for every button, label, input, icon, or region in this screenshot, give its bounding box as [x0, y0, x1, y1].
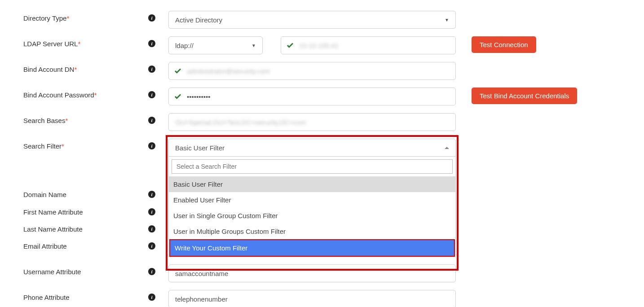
label-phone-attr: Phone Attribute	[23, 294, 70, 301]
ldap-host-value: 10.10.100.41	[299, 42, 339, 49]
info-icon[interactable]: i	[148, 40, 155, 47]
ldap-host-input[interactable]: 10.10.100.41	[281, 36, 456, 54]
required-asterisk: *	[94, 91, 97, 99]
dropdown-option[interactable]: Basic User Filter	[169, 176, 455, 192]
info-icon[interactable]: i	[148, 14, 155, 22]
required-asterisk: *	[65, 117, 68, 124]
label-bind-pw: Bind Account Password	[23, 91, 94, 99]
required-asterisk: *	[74, 66, 77, 73]
info-icon[interactable]: i	[148, 208, 155, 215]
dropdown-option[interactable]: Enabled User Filter	[169, 192, 455, 208]
bind-pw-input[interactable]: ••••••••••	[168, 88, 456, 105]
username-attr-input[interactable]: samaccountname	[168, 264, 456, 282]
phone-attr-input[interactable]: telephonenumber	[168, 290, 456, 307]
ldap-scheme-value: ldap://	[175, 42, 194, 49]
required-asterisk: *	[66, 14, 69, 22]
directory-type-select[interactable]: Active Directory ▼	[168, 11, 456, 29]
ldap-scheme-select[interactable]: ldap:// ▼	[168, 36, 263, 54]
label-search-bases: Search Bases	[23, 117, 65, 124]
username-attr-value: samaccountname	[175, 270, 228, 277]
info-icon[interactable]: i	[148, 242, 155, 250]
label-directory-type: Directory Type	[23, 14, 66, 22]
info-icon[interactable]: i	[148, 142, 155, 149]
dropdown-option[interactable]: User in Single Group Custom Filter	[169, 208, 455, 224]
info-icon[interactable]: i	[148, 117, 155, 124]
check-icon	[174, 67, 182, 75]
info-icon[interactable]: i	[148, 294, 155, 301]
test-connection-button[interactable]: Test Connection	[472, 36, 536, 53]
info-icon[interactable]: i	[148, 268, 155, 275]
dropdown-option-highlighted[interactable]: Write Your Custom Filter	[169, 239, 455, 257]
info-icon[interactable]: i	[148, 225, 155, 232]
search-filter-dropdown: Basic User Filter Enabled User Filter Us…	[168, 157, 456, 257]
label-first-name-attr: First Name Attribute	[23, 208, 83, 216]
info-icon[interactable]: i	[148, 91, 155, 98]
info-icon[interactable]: i	[148, 191, 155, 198]
label-email-attr: Email Attribute	[23, 242, 67, 250]
dropdown-search-input[interactable]	[172, 159, 453, 174]
search-filter-select[interactable]: Basic User Filter	[168, 139, 456, 157]
label-last-name-attr: Last Name Attribute	[23, 225, 83, 233]
info-icon[interactable]: i	[148, 66, 155, 73]
label-bind-dn: Bind Account DN	[23, 66, 74, 73]
bind-pw-value: ••••••••••	[187, 93, 211, 101]
required-asterisk: *	[78, 40, 80, 48]
phone-attr-value: telephonenumber	[175, 295, 228, 303]
required-asterisk: *	[62, 142, 64, 150]
caret-up-icon	[445, 147, 449, 149]
search-bases-input[interactable]: OU=Special,OU=Test,DC=security,DC=com	[168, 113, 456, 131]
label-domain-name: Domain Name	[23, 191, 66, 198]
check-icon	[286, 41, 294, 49]
chevron-down-icon: ▼	[445, 18, 449, 22]
chevron-down-icon: ▼	[251, 43, 256, 48]
label-ldap-url: LDAP Server URL	[23, 40, 78, 48]
dropdown-option[interactable]: User in Multiple Groups Custom Filter	[169, 224, 455, 239]
test-bind-button[interactable]: Test Bind Account Credentials	[472, 88, 577, 104]
label-username-attr: Username Attribute	[23, 268, 81, 276]
search-filter-value: Basic User Filter	[175, 144, 225, 152]
label-search-filter: Search Filter	[23, 142, 62, 150]
directory-type-value: Active Directory	[175, 16, 222, 24]
bind-dn-value: administrator@security.com	[187, 67, 270, 75]
check-icon	[174, 92, 182, 101]
search-bases-value: OU=Special,OU=Test,DC=security,DC=com	[175, 118, 306, 126]
bind-dn-input[interactable]: administrator@security.com	[168, 62, 456, 80]
